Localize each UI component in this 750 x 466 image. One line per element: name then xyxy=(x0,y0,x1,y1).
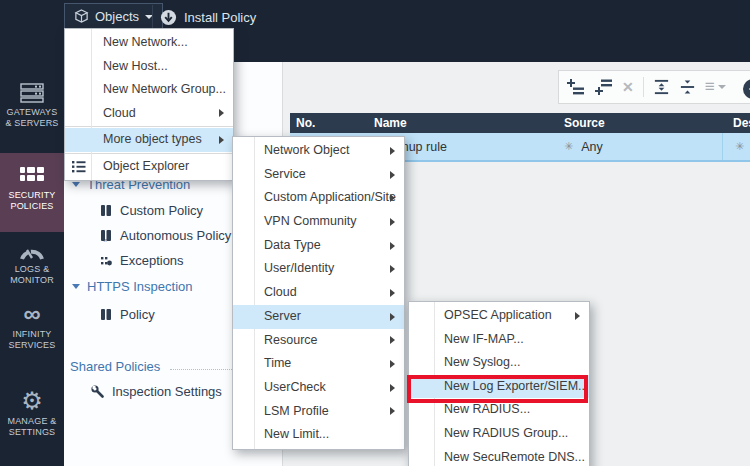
menu-item-new-radius-group[interactable]: New RADIUS Group... xyxy=(409,422,589,446)
menu-item-data-type[interactable]: Data Type xyxy=(233,234,404,258)
rulebase-header-row: No. Name Source Destination xyxy=(290,113,750,133)
submenu-arrow-icon xyxy=(390,336,395,344)
objects-menu-button[interactable]: Objects xyxy=(64,3,163,30)
column-header-source: Source xyxy=(556,116,722,130)
sidebar-item-label: SECURITY POLICIES xyxy=(0,190,64,212)
policy-book-icon xyxy=(100,204,112,217)
menu-item-object-explorer[interactable]: Object Explorer xyxy=(65,155,233,179)
infinity-icon: ∞ xyxy=(0,303,64,325)
add-rule-below-icon xyxy=(594,79,613,95)
submenu-arrow-icon xyxy=(219,109,224,117)
tree-item-https-policy[interactable]: Policy xyxy=(100,307,155,322)
server-submenu: OPSEC Application New IF-MAP... New Sysl… xyxy=(408,301,590,466)
sidebar-item-label: GATEWAYS & SERVERS xyxy=(0,107,64,129)
menu-item-network-object[interactable]: Network Object xyxy=(233,139,404,163)
rule-destination-cell: ✳ xyxy=(722,133,750,160)
menu-item-new-network-group[interactable]: New Network Group... xyxy=(65,78,233,102)
menu-item-custom-application-site[interactable]: Custom Application/Site xyxy=(233,186,404,210)
smartconsole-window: Objects Install Policy GATEWAYS & SERVER… xyxy=(0,0,750,466)
collapse-triangle-icon xyxy=(72,182,80,187)
submenu-arrow-icon xyxy=(390,313,395,321)
wrench-icon xyxy=(91,385,104,398)
toolbar-divider xyxy=(152,5,153,30)
tree-item-label: Custom Policy xyxy=(120,203,203,218)
menu-item-service[interactable]: Service xyxy=(233,163,404,187)
navigation-sidebar: GATEWAYS & SERVERS SECURITY POLICIES LOG… xyxy=(0,0,64,466)
submenu-arrow-icon xyxy=(575,312,580,320)
delete-rule-button[interactable]: ✕ xyxy=(622,79,634,95)
tree-item-label: Policy xyxy=(120,307,155,322)
menu-item-usercheck[interactable]: UserCheck xyxy=(233,376,404,400)
menu-item-cloud[interactable]: Cloud xyxy=(65,102,233,126)
any-object-icon: ✳ xyxy=(735,140,744,153)
menu-item-new-if-map[interactable]: New IF-MAP... xyxy=(409,328,589,352)
submenu-arrow-icon xyxy=(390,171,395,179)
navigate-back-button[interactable] xyxy=(742,78,750,104)
tree-item-inspection-settings[interactable]: Inspection Settings ↗ xyxy=(91,384,245,399)
toolbar-divider xyxy=(643,77,644,97)
add-rule-above-button[interactable] xyxy=(566,79,585,95)
add-rule-below-button[interactable] xyxy=(594,79,613,95)
column-header-no: No. xyxy=(290,116,368,130)
menu-item-new-log-exporter-siem[interactable]: New Log Exporter/SIEM... xyxy=(409,375,589,399)
more-object-types-submenu: Network Object Service Custom Applicatio… xyxy=(232,136,405,450)
menu-item-cloud-2[interactable]: Cloud xyxy=(233,281,404,305)
column-header-name: Name xyxy=(368,116,556,130)
logs-monitor-gauge-icon xyxy=(19,244,45,260)
shared-policies-label: Shared Policies xyxy=(70,359,160,374)
any-object-icon: ✳ xyxy=(564,140,573,153)
source-value: Any xyxy=(581,140,603,154)
menu-item-opsec-application[interactable]: OPSEC Application xyxy=(409,304,589,328)
menu-item-more-object-types[interactable]: More object types xyxy=(65,128,233,152)
objects-button-label: Objects xyxy=(95,9,139,24)
add-rule-above-icon xyxy=(566,79,585,95)
tree-item-label: Autonomous Policy xyxy=(120,228,231,243)
policy-book-icon xyxy=(100,308,112,321)
submenu-arrow-icon xyxy=(390,265,395,273)
install-policy-icon xyxy=(160,9,177,26)
submenu-arrow-icon xyxy=(390,360,395,368)
sidebar-item-manage-settings[interactable]: ⚙ MANAGE & SETTINGS xyxy=(0,390,64,438)
sidebar-item-infinity-services[interactable]: ∞ INFINITY SERVICES xyxy=(0,303,64,351)
expand-rows-icon xyxy=(653,79,670,95)
menu-item-resource[interactable]: Resource xyxy=(233,329,404,353)
chevron-down-icon xyxy=(718,85,726,89)
gear-icon: ⚙ xyxy=(0,390,64,412)
menu-item-server[interactable]: Server xyxy=(233,305,404,329)
menu-item-new-limit[interactable]: New Limit... xyxy=(233,423,404,447)
row-options-menu-button[interactable]: ≡ xyxy=(705,79,726,95)
menu-item-new-securemote-dns[interactable]: New SecuRemote DNS... xyxy=(409,446,589,466)
objects-dropdown-menu: New Network... New Host... New Network G… xyxy=(64,28,234,181)
menu-item-new-syslog[interactable]: New Syslog... xyxy=(409,351,589,375)
menu-item-new-host[interactable]: New Host... xyxy=(65,55,233,79)
sidebar-item-label: MANAGE & SETTINGS xyxy=(0,416,64,438)
sidebar-item-logs-monitor[interactable]: LOGS & MONITOR xyxy=(0,244,64,286)
tree-item-custom-policy[interactable]: Custom Policy xyxy=(100,203,203,218)
sidebar-item-security-policies[interactable]: SECURITY POLICIES xyxy=(0,153,64,232)
menu-item-vpn-community[interactable]: VPN Community xyxy=(233,210,404,234)
rulebase-toolbar: ✕ ≡ xyxy=(558,70,750,104)
menu-item-new-radius[interactable]: New RADIUS... xyxy=(409,398,589,422)
tree-item-exceptions[interactable]: Exceptions xyxy=(100,253,184,268)
submenu-arrow-icon xyxy=(390,218,395,226)
submenu-arrow-icon xyxy=(390,194,395,202)
tree-item-label: Exceptions xyxy=(120,253,184,268)
exceptions-dots-icon xyxy=(100,255,112,267)
sidebar-item-label: LOGS & MONITOR xyxy=(0,264,64,286)
submenu-arrow-icon xyxy=(390,407,395,415)
menu-item-user-identity[interactable]: User/Identity xyxy=(233,257,404,281)
tree-item-autonomous-policy[interactable]: ∞ Autonomous Policy xyxy=(100,228,231,243)
tree-section-https-inspection[interactable]: HTTPS Inspection xyxy=(72,279,193,294)
submenu-arrow-icon xyxy=(390,242,395,250)
column-header-destination: Destination xyxy=(722,116,750,130)
sidebar-item-gateways-servers[interactable]: GATEWAYS & SERVERS xyxy=(0,83,64,129)
menu-item-time[interactable]: Time xyxy=(233,352,404,376)
menu-item-new-network[interactable]: New Network... xyxy=(65,31,233,55)
rule-source-cell: ✳ Any xyxy=(556,133,722,160)
menu-item-lsm-profile[interactable]: LSM Profile xyxy=(233,400,404,424)
svg-text:∞: ∞ xyxy=(103,237,107,242)
hamburger-icon: ≡ xyxy=(705,79,715,95)
collapse-rows-button[interactable] xyxy=(679,79,696,95)
expand-rows-button[interactable] xyxy=(653,79,670,95)
install-policy-button[interactable]: Install Policy xyxy=(160,5,256,29)
